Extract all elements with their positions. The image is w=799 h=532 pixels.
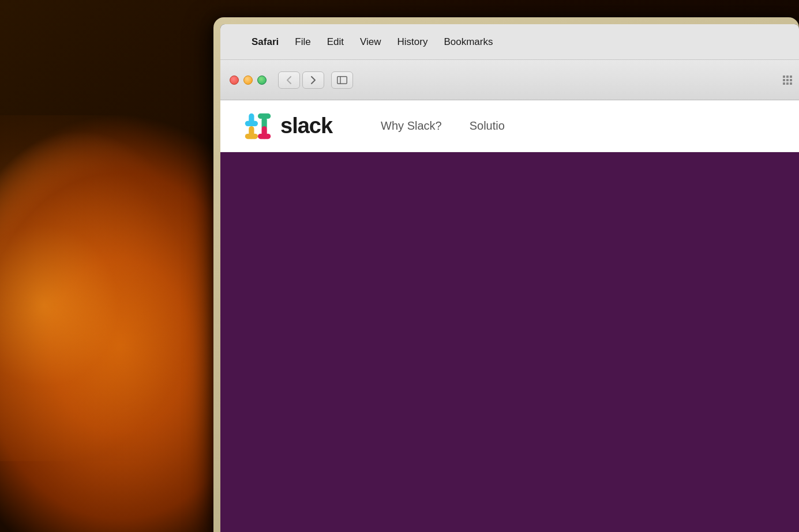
svg-rect-3 — [786, 76, 789, 78]
maximize-button[interactable] — [257, 76, 267, 85]
svg-rect-6 — [786, 79, 789, 81]
slack-nav-why-slack[interactable]: Why Slack? — [367, 115, 456, 137]
apple-menu[interactable] — [232, 40, 243, 44]
browser-chrome — [220, 60, 799, 100]
laptop-frame: Safari File Edit View History Bookmarks — [213, 17, 799, 532]
slack-nav: slack Why Slack? Solutio — [220, 100, 799, 152]
webpage-content: slack Why Slack? Solutio — [220, 100, 799, 532]
svg-rect-2 — [783, 76, 785, 78]
svg-rect-14 — [258, 113, 271, 118]
forward-button[interactable] — [302, 71, 324, 89]
file-menu[interactable]: File — [287, 34, 318, 50]
macos-menubar: Safari File Edit View History Bookmarks — [220, 24, 799, 60]
slack-logo-icon — [243, 112, 272, 141]
svg-rect-16 — [258, 133, 271, 138]
back-button[interactable] — [278, 71, 300, 89]
bookmarks-menu[interactable]: Bookmarks — [436, 34, 501, 50]
svg-rect-10 — [790, 82, 792, 85]
screen-bezel: Safari File Edit View History Bookmarks — [220, 24, 799, 532]
svg-rect-18 — [245, 133, 258, 138]
svg-rect-0 — [337, 76, 347, 84]
slack-wordmark: slack — [280, 114, 332, 138]
minimize-button[interactable] — [243, 76, 253, 85]
svg-rect-5 — [783, 79, 785, 81]
sidebar-toggle-button[interactable] — [331, 71, 353, 89]
svg-rect-4 — [790, 76, 792, 78]
svg-rect-12 — [245, 120, 258, 126]
view-menu[interactable]: View — [352, 34, 389, 50]
svg-rect-8 — [783, 82, 785, 85]
nav-buttons — [278, 71, 324, 89]
slack-logo-area: slack — [243, 112, 332, 141]
safari-menu[interactable]: Safari — [243, 34, 287, 50]
extensions-button[interactable] — [776, 69, 799, 92]
history-menu[interactable]: History — [389, 34, 436, 50]
traffic-lights — [230, 76, 267, 85]
slack-nav-solutions[interactable]: Solutio — [456, 115, 519, 137]
edit-menu[interactable]: Edit — [319, 34, 352, 50]
slack-hero-section — [220, 152, 799, 532]
svg-rect-9 — [786, 82, 789, 85]
close-button[interactable] — [230, 76, 239, 85]
svg-rect-7 — [790, 79, 792, 81]
background-glow — [0, 115, 219, 461]
